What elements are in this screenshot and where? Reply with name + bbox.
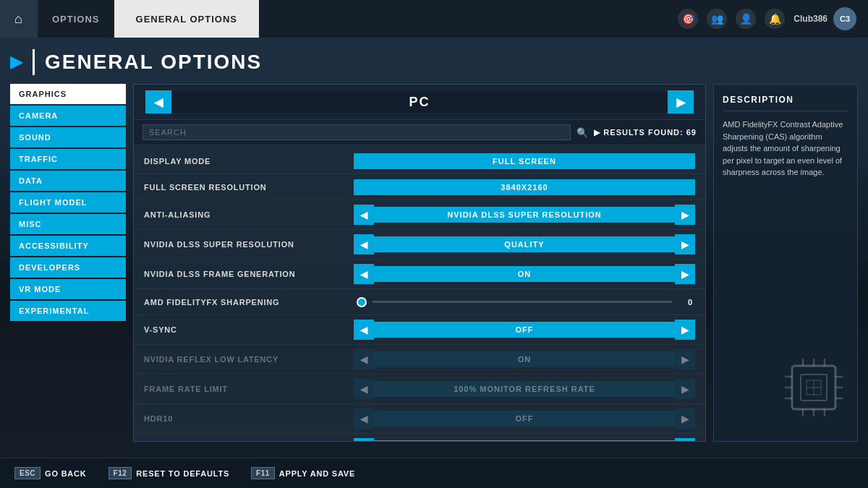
sidebar-item-graphics[interactable]: GRAPHICS	[10, 84, 126, 104]
frl-value: 100% MONITOR REFRESH RATE	[374, 381, 675, 397]
description-title: DESCRIPTION	[723, 95, 848, 111]
setting-resolution: FULL SCREEN RESOLUTION 3840X2160	[134, 174, 705, 200]
setting-vsync: V-SYNC ◀ OFF ▶	[134, 315, 705, 345]
setting-label: V-SYNC	[144, 325, 354, 334]
avatar: C3	[833, 7, 856, 30]
platform-selector: ◀ PC ▶	[134, 85, 705, 120]
profile-icon[interactable]: 👤	[736, 9, 756, 29]
sidebar-item-traffic[interactable]: TRAFFIC	[10, 149, 126, 169]
sidebar-item-experimental[interactable]: EXPERIMENTAL	[10, 301, 126, 321]
setting-display-mode: DISPLAY MODE FULL SCREEN	[134, 148, 705, 174]
dx-prev[interactable]: ◀	[354, 438, 374, 441]
sidebar-item-camera[interactable]: CAMERA	[10, 106, 126, 126]
main-panel: ◀ PC ▶ 🔍 ▶ RESULTS FOUND: 69 DISPLAY MOD…	[133, 84, 706, 442]
dlss-res-next[interactable]: ▶	[675, 234, 695, 254]
frl-prev: ◀	[354, 379, 374, 399]
antialiasing-prev[interactable]: ◀	[354, 205, 374, 225]
dlss-fg-prev[interactable]: ◀	[354, 264, 374, 284]
sidebar-item-sound[interactable]: SOUND	[10, 127, 126, 147]
search-icon: 🔍	[576, 127, 588, 138]
dlss-fg-value: ON	[374, 266, 675, 282]
slider-handle[interactable]	[357, 297, 367, 307]
setting-label: HDR10	[144, 414, 354, 423]
reflex-prev: ◀	[354, 349, 374, 369]
apply-save-label: APPLY AND SAVE	[279, 469, 355, 478]
hdr-value: OFF	[374, 411, 675, 427]
description-text: AMD FidelityFX Contrast Adaptive Sharpen…	[723, 119, 848, 179]
search-input[interactable]	[142, 124, 571, 140]
slider-track	[373, 301, 672, 303]
setting-label: FULL SCREEN RESOLUTION	[144, 183, 354, 192]
sidebar-item-data[interactable]: DATA	[10, 171, 126, 191]
vsync-prev[interactable]: ◀	[354, 320, 374, 340]
esc-key: ESC	[14, 467, 41, 479]
sidebar-item-accessibility[interactable]: ACCESSIBILITY	[10, 236, 126, 256]
setting-label: NVIDIA DLSS FRAME GENERATION	[144, 270, 354, 278]
content-area: GRAPHICS CAMERA SOUND TRAFFIC DATA FLIGH…	[10, 84, 858, 442]
frl-next: ▶	[675, 379, 695, 399]
main-content: ▶ GENERAL OPTIONS GRAPHICS CAMERA SOUND …	[0, 38, 868, 458]
setting-label: ANTI-ALIASING	[144, 210, 354, 219]
vsync-next[interactable]: ▶	[675, 320, 695, 340]
setting-control: ◀ OFF ▶	[354, 408, 695, 429]
hdr-prev: ◀	[354, 408, 374, 429]
setting-control: ◀ ON ▶	[354, 264, 695, 284]
setting-label: NVIDIA DLSS SUPER RESOLUTION	[144, 240, 354, 249]
platform-name: PC	[171, 92, 668, 113]
resolution-value: 3840X2160	[354, 179, 695, 195]
setting-control: 0	[354, 297, 695, 307]
go-back-label: GO BACK	[45, 469, 87, 478]
sidebar-item-developers[interactable]: DEVELOPERS	[10, 257, 126, 278]
reflex-value: ON	[374, 351, 675, 367]
setting-hdr10: HDR10 ◀ OFF ▶	[134, 404, 705, 434]
page-header: ▶ GENERAL OPTIONS	[10, 49, 858, 75]
platform-next-button[interactable]: ▶	[668, 90, 694, 114]
search-results: ▶ RESULTS FOUND: 69	[594, 128, 697, 137]
sidebar-item-vr-mode[interactable]: VR MODE	[10, 279, 126, 299]
topbar-right: 🎯 👥 👤 🔔 Club386 C3	[678, 7, 868, 30]
dx-value: DX12 (BETA)	[374, 440, 675, 441]
f12-key: F12	[109, 467, 132, 479]
setting-antialiasing: ANTI-ALIASING ◀ NVIDIA DLSS SUPER RESOLU…	[134, 200, 705, 230]
setting-control: FULL SCREEN	[354, 153, 695, 169]
hdr-next: ▶	[675, 408, 695, 429]
platform-prev-button[interactable]: ◀	[145, 90, 171, 114]
header-divider	[33, 49, 35, 75]
setting-control: ◀ QUALITY ▶	[354, 234, 695, 254]
notification-icon[interactable]: 🔔	[765, 9, 785, 29]
search-bar: 🔍 ▶ RESULTS FOUND: 69	[134, 120, 705, 145]
dlss-fg-next[interactable]: ▶	[675, 264, 695, 284]
page-title: GENERAL OPTIONS	[45, 51, 262, 74]
dx-next[interactable]: ▶	[675, 438, 695, 441]
setting-control: ◀ NVIDIA DLSS SUPER RESOLUTION ▶	[354, 205, 695, 225]
dlss-res-prev[interactable]: ◀	[354, 234, 374, 254]
home-button[interactable]: ⌂	[0, 0, 38, 38]
dlss-res-value: QUALITY	[374, 236, 675, 252]
antialiasing-next[interactable]: ▶	[675, 205, 695, 225]
sidebar-item-flight-model[interactable]: FLIGHT MODEL	[10, 192, 126, 213]
header-arrow-icon: ▶	[10, 53, 22, 72]
reset-defaults-label: RESET TO DEFAULTS	[136, 469, 229, 478]
settings-list: DISPLAY MODE FULL SCREEN FULL SCREEN RES…	[134, 145, 705, 441]
setting-amd-sharp: AMD FIDELITYFX SHARPENING 0	[134, 289, 705, 315]
setting-dlss-resolution: NVIDIA DLSS SUPER RESOLUTION ◀ QUALITY ▶	[134, 230, 705, 260]
apply-save-action[interactable]: F11 APPLY AND SAVE	[251, 467, 355, 479]
antialiasing-value: NVIDIA DLSS SUPER RESOLUTION	[374, 207, 675, 223]
setting-directx: DIRECTX VERSION ◀ DX12 (BETA) ▶	[134, 434, 705, 441]
description-panel: DESCRIPTION AMD FidelityFX Contrast Adap…	[713, 84, 858, 442]
go-back-action[interactable]: ESC GO BACK	[14, 467, 87, 479]
setting-label: DISPLAY MODE	[144, 157, 354, 166]
chip-icon	[778, 351, 850, 434]
community-icon[interactable]: 👥	[707, 9, 727, 29]
reset-defaults-action[interactable]: F12 RESET TO DEFAULTS	[109, 467, 229, 479]
active-tab[interactable]: GENERAL OPTIONS	[114, 0, 259, 38]
setting-label: AMD FIDELITYFX SHARPENING	[144, 298, 354, 307]
setting-label: NVIDIA REFLEX LOW LATENCY	[144, 355, 354, 364]
sidebar: GRAPHICS CAMERA SOUND TRAFFIC DATA FLIGH…	[10, 84, 126, 442]
target-icon[interactable]: 🎯	[678, 9, 698, 29]
options-label: OPTIONS	[38, 14, 114, 25]
reflex-next: ▶	[675, 349, 695, 369]
f11-key: F11	[251, 467, 275, 479]
sidebar-item-misc[interactable]: MISC	[10, 214, 126, 234]
setting-reflex: NVIDIA REFLEX LOW LATENCY ◀ ON ▶	[134, 345, 705, 374]
